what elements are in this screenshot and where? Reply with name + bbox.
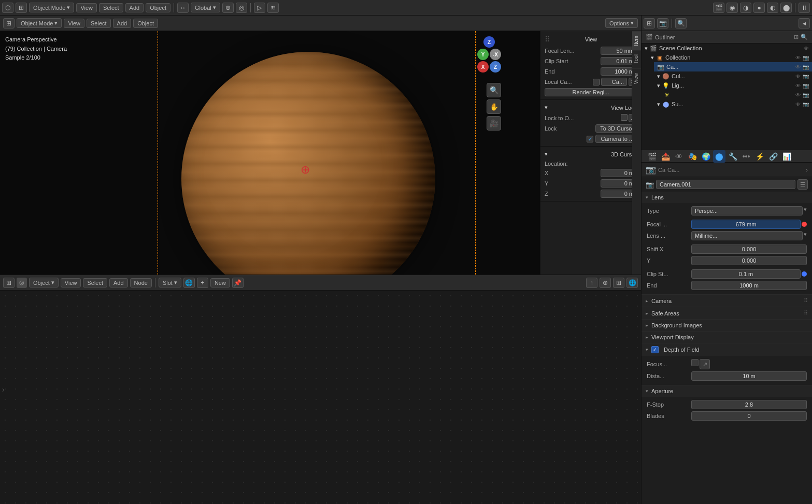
vr-icon[interactable]: ◉	[726, 3, 738, 13]
zoom-tool[interactable]: 🔍	[487, 83, 501, 97]
prop-tab-data[interactable]: 📊	[780, 150, 793, 163]
node-mode-btn[interactable]: Object	[29, 278, 59, 287]
camera-section-header[interactable]: Camera ⠿	[642, 295, 812, 307]
vp-select-menu[interactable]: Select	[87, 19, 111, 28]
scene-collection-item[interactable]: 🎬 Scene Collection 👁	[642, 44, 812, 53]
object-mode-btn[interactable]: Object Mode	[29, 3, 74, 12]
transform-icon[interactable]: ↔	[177, 3, 189, 13]
su-item[interactable]: ⬤ Su... 👁 📷	[654, 99, 812, 109]
node-snap-btn[interactable]: ↑	[586, 278, 597, 288]
axis-x-neg[interactable]: -X	[490, 49, 501, 60]
axis-z-pos[interactable]: Z	[490, 61, 501, 73]
prop-tab-object[interactable]: ⬤	[713, 150, 725, 163]
cul-eye-icon[interactable]: 👁	[795, 74, 801, 79]
viewport-mode-btn[interactable]: Object Mode	[17, 18, 62, 28]
rt-camera-icon[interactable]: 📷	[657, 18, 668, 28]
prop-tab-physics[interactable]: ⚡	[753, 150, 766, 163]
cam-expand-icon[interactable]: ›	[806, 167, 808, 173]
cam-eye-icon[interactable]: 👁	[795, 64, 801, 70]
editor-type-btn[interactable]: ⊞	[16, 3, 27, 13]
camera-tool[interactable]: 🎥	[487, 116, 501, 131]
vp-view-menu[interactable]: View	[64, 19, 84, 28]
camera-to-checkbox[interactable]: ✓	[587, 136, 593, 142]
pause-icon[interactable]: ⏸	[799, 3, 810, 13]
outliner-filter-icon[interactable]: ⊞	[794, 34, 799, 40]
viewport-display-header[interactable]: Viewport Display	[642, 332, 812, 343]
outliner-search-icon[interactable]: 🔍	[801, 34, 808, 40]
distance-value[interactable]: 10 m	[691, 371, 807, 381]
rt-expand-icon[interactable]: ◂	[799, 18, 810, 28]
axis-x-pos[interactable]: X	[477, 61, 489, 73]
shading-icon1[interactable]: ◑	[740, 3, 751, 13]
node-new-btn[interactable]: New	[210, 278, 230, 287]
view-section-header[interactable]: ⠿ View ⠿	[545, 33, 637, 46]
coll-render-icon[interactable]: 📷	[803, 55, 809, 61]
node-slot-btn[interactable]: Slot	[159, 278, 181, 287]
cursor-header[interactable]: 3D Cursor	[545, 149, 637, 160]
blades-value[interactable]: 0	[691, 411, 807, 421]
shading-icon4[interactable]: ⬤	[780, 3, 792, 13]
cam-list-btn[interactable]: ☰	[797, 179, 808, 190]
camera-to-btn[interactable]: Camera to ...	[595, 135, 637, 143]
to-3d-cursor-btn[interactable]: To 3D Cursor	[595, 124, 637, 133]
sun-render-icon[interactable]: 📷	[803, 92, 809, 98]
sun-eye-icon[interactable]: 👁	[795, 92, 801, 98]
clip-end-value[interactable]: 1000 m	[691, 281, 807, 290]
render-settings-icon[interactable]: ≋	[267, 3, 279, 13]
prop-tab-render[interactable]: 🎬	[646, 150, 658, 163]
type-value[interactable]: Perspe...	[691, 206, 803, 215]
scene-eye-icon[interactable]: 👁	[804, 46, 809, 51]
sun-item[interactable]: ☀ 👁 📷	[660, 90, 812, 99]
node-canvas[interactable]: ›	[0, 291, 641, 504]
render-region-btn[interactable]: Render Regi...	[545, 88, 637, 96]
collection-item[interactable]: ▣ Collection 👁 📷	[648, 53, 812, 62]
blender-icon[interactable]: ⬡	[2, 3, 13, 13]
clip-st-value[interactable]: 0.1 m	[691, 269, 801, 279]
axis-widget[interactable]: Z Y -X X Z	[477, 36, 501, 73]
focal-value[interactable]: 679 mm	[691, 220, 801, 229]
local-ca-checkbox[interactable]	[593, 79, 600, 85]
lig-eye-icon[interactable]: 👁	[795, 83, 801, 89]
coll-eye-icon[interactable]: 👁	[795, 55, 801, 61]
options-btn[interactable]: Options	[605, 18, 638, 28]
node-node-menu[interactable]: Node	[130, 278, 152, 287]
focus-checkbox[interactable]	[691, 359, 699, 366]
node-view-icon[interactable]: ⊞	[613, 278, 624, 288]
add-menu[interactable]: Add	[125, 3, 144, 12]
side-tab-tool[interactable]: Tool	[632, 50, 641, 68]
lig-item[interactable]: 💡 Lig... 👁 📷	[654, 81, 812, 90]
node-pin-btn[interactable]: 📌	[232, 278, 244, 288]
viewport-type-icon[interactable]: ⊞	[3, 18, 15, 28]
shading-icon2[interactable]: ●	[753, 3, 765, 13]
prop-tab-constraints[interactable]: 🔗	[767, 150, 779, 163]
lock-to-checkbox[interactable]	[621, 114, 628, 121]
lens-section-header[interactable]: Lens	[642, 192, 812, 203]
rt-type-icon[interactable]: ⊞	[644, 18, 655, 28]
cul-render-icon[interactable]: 📷	[803, 74, 809, 79]
rt-search-icon[interactable]: 🔍	[675, 18, 687, 28]
side-tab-view[interactable]: View	[632, 68, 641, 89]
prop-tab-output[interactable]: 📤	[659, 150, 672, 163]
node-add-menu[interactable]: Add	[109, 278, 128, 287]
node-add-btn[interactable]: +	[197, 278, 208, 288]
axis-z[interactable]: Z	[483, 36, 495, 48]
scene-icon-top[interactable]: 🎬	[713, 3, 724, 13]
node-snap-icon[interactable]: ⊕	[600, 278, 611, 288]
ca-value[interactable]: Ca...	[601, 78, 627, 86]
camera-name-input[interactable]	[656, 180, 795, 189]
prop-tab-modifier[interactable]: 🔧	[726, 150, 739, 163]
node-expand-left[interactable]: ›	[0, 383, 7, 396]
node-world-icon[interactable]: 🌐	[626, 278, 638, 288]
node-select-menu[interactable]: Select	[83, 278, 107, 287]
object-menu[interactable]: Object	[146, 3, 170, 12]
prop-tab-particles[interactable]: •••	[740, 150, 752, 163]
shift-y-value[interactable]: 0.000	[691, 256, 807, 265]
su-render-icon[interactable]: 📷	[803, 102, 809, 107]
view-menu[interactable]: View	[76, 3, 97, 12]
cam-render-icon[interactable]: 📷	[803, 64, 809, 70]
side-tab-item[interactable]: Item	[632, 31, 641, 50]
select-menu-top[interactable]: Select	[99, 3, 123, 12]
global-btn[interactable]: Global	[191, 3, 220, 12]
node-view-menu[interactable]: View	[61, 278, 81, 287]
node-editor-type-icon[interactable]: ⊞	[3, 278, 15, 288]
